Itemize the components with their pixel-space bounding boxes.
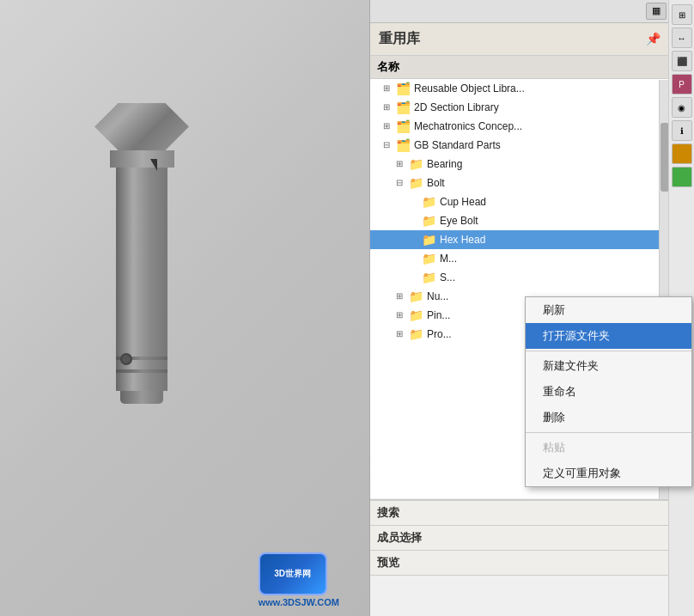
- lib-icon-mechatronics: 🗂️: [396, 119, 411, 133]
- watermark: 3D世界网 www.3DSJW.COM: [259, 552, 339, 607]
- tree-label-mechatronics: Mechatronics Concep...: [414, 120, 522, 132]
- toggle-s: [409, 272, 419, 282]
- toggle-hex-head: [409, 235, 419, 244]
- tree-item-gb[interactable]: ⊟ 🗂️ GB Standard Parts: [370, 136, 669, 155]
- tree-label-m: M...: [440, 253, 457, 265]
- define-label: 定义可重用对象: [543, 466, 621, 481]
- grid-icon-btn[interactable]: ▦: [646, 3, 667, 20]
- folder-icon-m: 📁: [422, 252, 437, 265]
- toggle-pro[interactable]: ⊞: [396, 329, 406, 338]
- bolt-groove2: [116, 369, 167, 373]
- context-menu-sep2: [526, 432, 691, 433]
- bolt-neck: [110, 150, 174, 168]
- context-menu-open-folder[interactable]: 打开源文件夹: [526, 323, 691, 349]
- tree-item-bolt[interactable]: ⊟ 📁 Bolt: [370, 174, 669, 192]
- toolbar-btn-1[interactable]: ⊞: [672, 4, 692, 25]
- toggle-reusable[interactable]: ⊞: [383, 83, 393, 93]
- tree-label-eye-bolt: Eye Bolt: [440, 215, 478, 227]
- toolbar-btn-2[interactable]: ↔: [672, 27, 692, 48]
- viewport: 3D世界网 www.3DSJW.COM: [0, 0, 369, 616]
- bolt-tip: [120, 391, 163, 404]
- context-menu-define[interactable]: 定义可重用对象: [526, 460, 691, 486]
- paste-label: 粘贴: [543, 440, 565, 455]
- bolt-head: [94, 103, 189, 150]
- toolbar-btn-color2[interactable]: [672, 167, 692, 187]
- context-menu-paste: 粘贴: [526, 435, 691, 460]
- lib-icon-2d: 🗂️: [396, 101, 411, 114]
- toggle-mechatronics[interactable]: ⊞: [383, 121, 393, 131]
- tree-label-pin: Pin...: [427, 309, 450, 321]
- folder-icon-nut: 📁: [409, 290, 424, 303]
- tree-label-pro: Pro...: [427, 328, 452, 340]
- tree-label-hex-head: Hex Head: [440, 234, 485, 246]
- refresh-label: 刷新: [543, 302, 565, 318]
- tree-label-s: S...: [440, 271, 455, 284]
- context-menu-rename[interactable]: 重命名: [526, 379, 691, 405]
- tree-item-eye-bolt[interactable]: 📁 Eye Bolt: [370, 211, 669, 230]
- open-folder-label: 打开源文件夹: [543, 328, 610, 344]
- tree-label-cup-head: Cup Head: [440, 196, 486, 208]
- tree-label-reusable: Reusable Object Libra...: [414, 82, 525, 95]
- bolt-3d-model: [94, 103, 189, 404]
- toolbar-btn-5[interactable]: ◉: [672, 97, 692, 118]
- tree-label-bearing: Bearing: [427, 158, 462, 170]
- member-label: 成员选择: [377, 531, 422, 544]
- tree-item-bearing[interactable]: ⊞ 📁 Bearing: [370, 155, 669, 174]
- tree-item-s[interactable]: 📁 S...: [370, 268, 669, 287]
- tree-item-m[interactable]: 📁 M...: [370, 249, 669, 268]
- context-menu-delete[interactable]: 删除: [526, 405, 691, 430]
- new-folder-label: 新建文件夹: [543, 358, 599, 374]
- pin-icon[interactable]: 📌: [646, 32, 661, 46]
- folder-icon-hex-head: 📁: [422, 233, 437, 247]
- tree-item-mechatronics[interactable]: ⊞ 🗂️ Mechatronics Concep...: [370, 117, 669, 136]
- toolbar-btn-4[interactable]: P: [672, 74, 692, 95]
- toolbar-btn-3[interactable]: ⬛: [672, 51, 692, 71]
- bolt-shank: [116, 168, 167, 391]
- top-toolbar: ▦ ↔: [370, 0, 694, 23]
- toggle-cup-head: [409, 197, 419, 206]
- toggle-bolt[interactable]: ⊟: [396, 178, 406, 187]
- folder-icon-bolt: 📁: [409, 176, 424, 190]
- folder-icon-cup-head: 📁: [422, 195, 437, 209]
- preview-label: 预览: [377, 556, 399, 569]
- toggle-nut[interactable]: ⊞: [396, 291, 406, 301]
- toggle-bearing[interactable]: ⊞: [396, 159, 406, 168]
- tree-item-hex-head[interactable]: 📁 Hex Head: [370, 230, 669, 249]
- tree-header: 名称: [370, 56, 669, 79]
- member-panel: 成员选择: [370, 526, 669, 551]
- right-panel: ▦ ↔ 重用库 📌 名称 ⊞ 🗂️ Reusable Objec: [369, 0, 694, 616]
- search-label: 搜索: [377, 506, 399, 519]
- tree-item-2d[interactable]: ⊞ 🗂️ 2D Section Library: [370, 98, 669, 117]
- main-container: 3D世界网 www.3DSJW.COM ▦ ↔ 重用库 📌 名称: [0, 0, 694, 616]
- toolbar-btn-6[interactable]: ℹ: [672, 120, 692, 141]
- lib-icon-reusable: 🗂️: [396, 82, 411, 95]
- context-menu: 刷新 打开源文件夹 新建文件夹 重命名 删除 粘贴 定义可重用对象: [525, 296, 692, 487]
- folder-icon-pin: 📁: [409, 308, 424, 322]
- context-menu-sep1: [526, 351, 691, 351]
- delete-label: 删除: [543, 410, 565, 425]
- folder-icon-bearing: 📁: [409, 157, 424, 171]
- toolbar-btn-color1[interactable]: [672, 143, 692, 164]
- tree-label-bolt: Bolt: [427, 177, 445, 189]
- toggle-pin[interactable]: ⊞: [396, 310, 406, 320]
- toggle-m: [409, 253, 419, 263]
- watermark-url: www.3DSJW.COM: [259, 597, 339, 607]
- tree-item-reusable[interactable]: ⊞ 🗂️ Reusable Object Libra...: [370, 79, 669, 98]
- context-menu-new-folder[interactable]: 新建文件夹: [526, 353, 691, 379]
- bolt-groove1: [116, 357, 167, 360]
- folder-icon-pro: 📁: [409, 327, 424, 341]
- folder-icon-s: 📁: [422, 271, 437, 284]
- search-panel: 搜索: [370, 501, 669, 526]
- rename-label: 重命名: [543, 384, 576, 399]
- tree-header-label: 名称: [377, 60, 399, 73]
- toggle-2d[interactable]: ⊞: [383, 102, 393, 112]
- lib-icon-gb: 🗂️: [396, 138, 411, 152]
- watermark-logo: 3D世界网: [259, 552, 327, 595]
- toggle-gb[interactable]: ⊟: [383, 140, 393, 149]
- folder-icon-eye-bolt: 📁: [422, 214, 437, 228]
- tree-item-cup-head[interactable]: 📁 Cup Head: [370, 192, 669, 211]
- tree-label-2d: 2D Section Library: [414, 101, 499, 113]
- preview-panel: 预览: [370, 551, 669, 576]
- bottom-panels: 搜索 成员选择 预览: [370, 500, 669, 616]
- context-menu-refresh[interactable]: 刷新: [526, 297, 691, 323]
